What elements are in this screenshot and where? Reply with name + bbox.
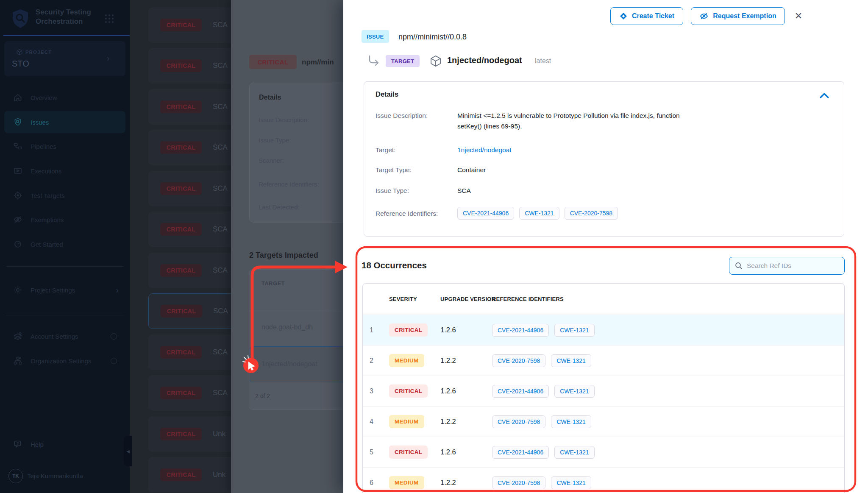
occurrence-row[interactable]: 4 MEDIUM 1.2.2 CVE-2020-7598 CWE-1321 <box>363 406 844 437</box>
table-header-row: SEVERITY UPGRADE VERSION REFERENCE IDENT… <box>363 284 844 315</box>
severity-badge: CRITICAL <box>389 384 428 398</box>
reference-identifier-chips: CVE-2021-44906 CWE-1321 CVE-2020-7598 <box>457 207 618 220</box>
container-cube-icon <box>429 55 442 67</box>
request-exemption-button[interactable]: Request Exemption <box>691 7 785 25</box>
avatar[interactable]: TK <box>8 469 23 483</box>
upgrade-version: 1.2.6 <box>440 448 492 456</box>
sidebar-item-label: Get Started <box>31 241 63 248</box>
pagination: 2 of 2 <box>255 393 270 399</box>
sidebar-item-label: Executions <box>31 167 61 175</box>
issue-list-row[interactable]: CRITICAL SCA <box>148 253 231 288</box>
severity-badge: CRITICAL <box>160 141 202 154</box>
sidebar-item-pipelines[interactable]: Pipelines <box>4 137 125 156</box>
ref-id-chip[interactable]: CVE-2020-7598 <box>565 207 618 220</box>
ref-id-chip[interactable]: CWE-1321 <box>554 446 594 459</box>
issue-list-row[interactable]: CRITICAL SCA <box>148 212 231 247</box>
issue-type: SCA <box>213 143 228 152</box>
target-row[interactable]: node.goat-bd_dh <box>262 323 313 331</box>
issue-list-row[interactable]: CRITICAL SCA <box>148 48 231 84</box>
ref-id-chip[interactable]: CWE-1321 <box>554 324 594 337</box>
project-selector[interactable]: PROJECT STO › <box>4 41 125 76</box>
occurrence-row[interactable]: 5 CRITICAL 1.2.6 CVE-2021-44906 CWE-1321 <box>363 437 844 467</box>
executions-icon <box>13 166 23 176</box>
ref-id-chip[interactable]: CWE-1321 <box>554 385 594 398</box>
sidebar-item-executions[interactable]: Executions <box>4 162 125 180</box>
scope-indicator-icon <box>111 358 117 364</box>
project-cube-icon <box>16 49 23 56</box>
sidebar-item-exemptions[interactable]: Exemptions <box>4 210 125 229</box>
target-row[interactable]: 1njected/nodegoat <box>262 360 317 368</box>
issue-preview-panel: CRITICAL npm//min Details Issue Descript… <box>231 0 343 493</box>
issue-list-row[interactable]: CRITICAL SCA <box>148 7 231 43</box>
target-type-value: Container <box>457 166 486 174</box>
ref-id-chip[interactable]: CVE-2021-44906 <box>492 385 549 398</box>
ref-id-chip[interactable]: CWE-1321 <box>551 476 591 489</box>
sidebar-divider <box>6 266 124 267</box>
severity-badge: CRITICAL <box>160 387 202 399</box>
sidebar-collapse-toggle[interactable]: ◀ <box>124 436 132 466</box>
issue-type-label: Issue Type: <box>376 187 409 195</box>
ref-id-chip[interactable]: CWE-1321 <box>551 415 591 428</box>
scope-indicator-icon <box>111 333 117 340</box>
severity-badge: CRITICAL <box>160 428 202 440</box>
issue-list-row[interactable]: CRITICAL SCA <box>148 130 231 165</box>
sidebar-item-account-settings[interactable]: Account Settings <box>4 327 125 345</box>
ref-id-chip[interactable]: CVE-2021-44906 <box>457 207 514 220</box>
severity-badge: MEDIUM <box>389 415 424 428</box>
issue-list-row[interactable]: CRITICAL SCA <box>148 334 231 370</box>
sidebar-item-organization-settings[interactable]: Organization Settings <box>4 351 125 370</box>
module-grid-icon[interactable] <box>104 14 114 24</box>
target-tag: latest <box>535 57 551 65</box>
issue-list-row-selected[interactable]: CRITICAL SCA <box>148 293 231 329</box>
ref-id-chip[interactable]: CWE-1321 <box>519 207 559 220</box>
ref-id-chip[interactable]: CVE-2021-44906 <box>492 446 549 459</box>
sidebar-item-get-started[interactable]: Get Started <box>4 235 125 253</box>
severity-badge: CRITICAL <box>160 468 202 481</box>
occurrences-heading: 18 Occurrences <box>362 260 427 270</box>
ref-id-chip[interactable]: CVE-2021-44906 <box>492 324 549 337</box>
get-started-icon <box>13 239 23 249</box>
issue-list-row[interactable]: CRITICAL SCA <box>148 375 231 411</box>
occurrence-row[interactable]: 3 CRITICAL 1.2.6 CVE-2021-44906 CWE-1321 <box>363 376 844 406</box>
sidebar-item-help[interactable]: ? Help <box>4 435 125 454</box>
details-heading: Details <box>376 90 398 98</box>
occurrence-row[interactable]: 2 MEDIUM 1.2.2 CVE-2020-7598 CWE-1321 <box>363 345 844 376</box>
field-label: Reference Identifiers: <box>259 181 319 188</box>
close-icon[interactable]: ✕ <box>792 9 805 23</box>
sidebar-item-test-targets[interactable]: Test Targets <box>4 186 125 205</box>
issue-title: npm//minimist//0.0.8 <box>398 33 467 42</box>
search-input[interactable] <box>747 262 832 270</box>
issue-list-row[interactable]: CRITICAL Unk <box>148 416 231 452</box>
row-index: 4 <box>363 418 389 426</box>
sidebar-item-project-settings[interactable]: Project Settings › <box>4 281 125 299</box>
issue-list-row[interactable]: CRITICAL Unk <box>148 457 231 493</box>
occurrence-row[interactable]: 6 MEDIUM 1.2.2 CVE-2020-7598 CWE-1321 <box>363 467 844 493</box>
upgrade-version: 1.2.6 <box>440 326 492 334</box>
create-ticket-button[interactable]: Create Ticket <box>610 7 683 25</box>
chevron-up-icon[interactable] <box>819 92 829 99</box>
search-box <box>729 257 845 275</box>
severity-badge: CRITICAL <box>160 182 202 195</box>
issue-type: Unk <box>213 430 225 438</box>
ref-id-chip[interactable]: CVE-2020-7598 <box>492 354 545 367</box>
issue-description-label: Issue Description: <box>376 112 428 120</box>
ref-id-chip[interactable]: CVE-2020-7598 <box>492 476 545 489</box>
sidebar-item-overview[interactable]: Overview <box>4 88 125 107</box>
ref-id-chip[interactable]: CVE-2020-7598 <box>492 415 545 428</box>
row-index: 2 <box>363 357 389 365</box>
target-column-header: TARGET <box>262 281 285 287</box>
issue-list-row[interactable]: CRITICAL SCA <box>148 171 231 206</box>
home-icon <box>13 92 23 103</box>
crosshair-icon <box>13 190 23 201</box>
targets-card <box>249 269 343 410</box>
reference-identifiers-label: Reference Identifiers: <box>376 210 438 217</box>
occurrence-row[interactable]: 1 CRITICAL 1.2.6 CVE-2021-44906 CWE-1321 <box>363 315 844 345</box>
ref-id-chip[interactable]: CWE-1321 <box>551 354 591 367</box>
severity-badge: CRITICAL <box>160 19 202 31</box>
target-link[interactable]: 1njected/nodegoat <box>457 146 512 154</box>
issue-list-row[interactable]: CRITICAL SCA <box>148 89 231 125</box>
targets-impacted-heading: 2 Targets Impacted <box>249 251 318 260</box>
upgrade-version: 1.2.6 <box>440 387 492 395</box>
sidebar-item-issues[interactable]: Issues <box>4 111 125 133</box>
sidebar-item-label: Help <box>31 441 44 448</box>
